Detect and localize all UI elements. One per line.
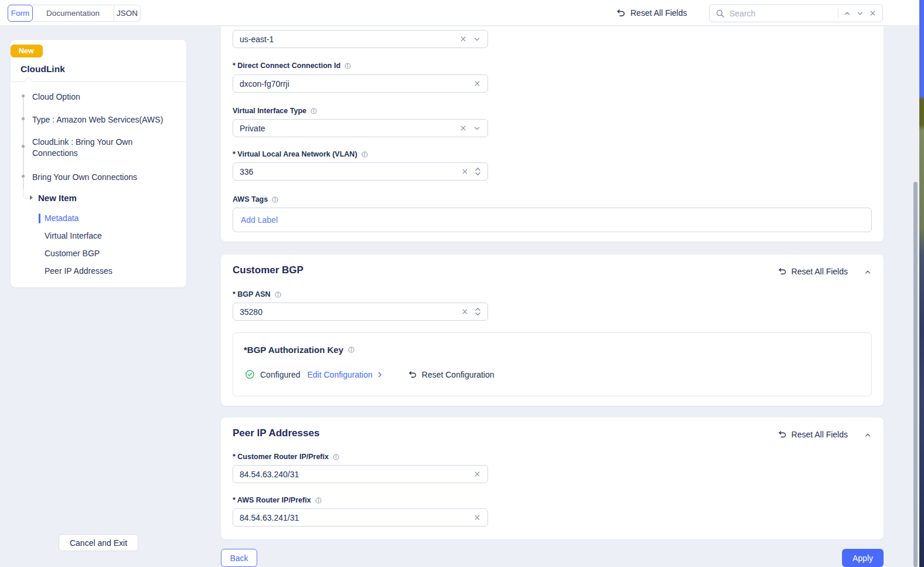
- clear-icon[interactable]: [461, 168, 469, 175]
- info-icon[interactable]: [310, 107, 318, 115]
- bgp-asn-label: * BGP ASN: [233, 290, 282, 298]
- collapse-icon[interactable]: [864, 431, 872, 439]
- vlan-label: * Virtual Local Area Network (VLAN): [233, 150, 369, 158]
- search-close-icon[interactable]: [869, 9, 877, 17]
- bgp-asn-field[interactable]: [233, 303, 488, 321]
- sidebar-title: CloudLink: [21, 64, 65, 74]
- label-text: *BGP Authorization Key: [244, 345, 343, 355]
- virtual-interface-type-value[interactable]: [240, 124, 454, 133]
- aws-router-ip-field[interactable]: [233, 508, 488, 527]
- link-text: Reset Configuration: [422, 370, 495, 379]
- region-value[interactable]: [240, 35, 454, 44]
- stepper-down-icon[interactable]: [475, 172, 481, 176]
- active-item-marker: [39, 213, 40, 223]
- stepper-down-icon[interactable]: [475, 312, 481, 316]
- top-bar: Form Documentation JSON Reset All Fields: [0, 0, 919, 26]
- bgp-asn-input[interactable]: [240, 307, 455, 317]
- search-input[interactable]: [729, 9, 833, 18]
- clear-icon[interactable]: [459, 35, 467, 43]
- chevron-down-icon[interactable]: [473, 124, 481, 133]
- scrollbar-thumb[interactable]: [913, 182, 918, 567]
- clear-icon[interactable]: [473, 470, 481, 478]
- vlan-field[interactable]: [233, 162, 488, 181]
- reset-label: Reset All Fields: [792, 267, 848, 276]
- tab-form[interactable]: Form: [8, 5, 33, 22]
- reset-configuration-button[interactable]: Reset Configuration: [408, 370, 495, 379]
- aws-router-ip-input[interactable]: [240, 513, 468, 522]
- info-icon[interactable]: [271, 196, 279, 203]
- tab-json[interactable]: JSON: [114, 5, 141, 22]
- sidebar-item-virtual-interface[interactable]: Virtual Interface: [45, 231, 102, 240]
- customer-router-ip-field[interactable]: [233, 465, 488, 483]
- chevron-right-icon: [376, 371, 383, 378]
- collapse-icon[interactable]: [864, 268, 872, 276]
- aws-router-ip-label: * AWS Router IP/Prefix: [233, 496, 322, 504]
- reset-all-fields-button[interactable]: Reset All Fields: [616, 0, 687, 26]
- bgp-authorization-key-box: *BGP Authorization Key Configured Edit C…: [233, 332, 872, 396]
- customer-router-ip-label: * Customer Router IP/Prefix: [233, 453, 340, 461]
- peer-ip-card: Peer IP Addresses Reset All Fields * Cus…: [221, 417, 884, 539]
- cancel-and-exit-button[interactable]: Cancel and Exit: [59, 534, 138, 551]
- info-icon[interactable]: [347, 346, 355, 354]
- region-select[interactable]: [233, 30, 488, 48]
- sidebar-step-type[interactable]: Type : Amazon Web Services(AWS): [32, 114, 175, 125]
- info-icon[interactable]: [315, 497, 322, 504]
- direct-connect-id-field[interactable]: [233, 74, 488, 93]
- customer-bgp-heading: Customer BGP: [233, 264, 304, 276]
- sidebar-item-customer-bgp[interactable]: Customer BGP: [45, 249, 100, 258]
- customer-bgp-card: Customer BGP Reset All Fields * BGP ASN: [221, 254, 884, 406]
- label-text: * Customer Router IP/Prefix: [233, 453, 329, 461]
- info-icon[interactable]: [274, 291, 282, 298]
- direct-connect-id-label: * Direct Connect Connection Id: [233, 62, 352, 70]
- search-bar: [709, 4, 883, 22]
- label-text: * BGP ASN: [233, 290, 271, 298]
- vlan-input[interactable]: [240, 167, 455, 176]
- sidebar-item-metadata[interactable]: Metadata: [45, 213, 79, 223]
- app-window: Form Documentation JSON Reset All Fields: [0, 0, 924, 567]
- info-icon[interactable]: [361, 151, 369, 158]
- back-button[interactable]: Back: [221, 549, 257, 567]
- sidebar-item-peer-ip-addresses[interactable]: Peer IP Addresses: [45, 266, 112, 276]
- metadata-section-card: * Direct Connect Connection Id Virtual I…: [221, 26, 884, 242]
- divider-notch: [25, 77, 33, 85]
- clear-icon[interactable]: [459, 124, 467, 132]
- clear-icon[interactable]: [473, 80, 481, 87]
- label-text: * Virtual Local Area Network (VLAN): [233, 150, 357, 158]
- step-dot: [22, 94, 25, 97]
- aws-tags-field[interactable]: Add Label: [233, 208, 872, 232]
- scrollbar-track: [912, 26, 919, 567]
- sidebar-item-new-item[interactable]: New Item: [38, 193, 77, 203]
- chevron-down-icon[interactable]: [473, 35, 481, 43]
- label-text: Virtual Interface Type: [233, 107, 306, 115]
- stepper-up-icon[interactable]: [475, 307, 481, 311]
- edit-configuration-link[interactable]: Edit Configuration: [308, 370, 383, 379]
- bgp-auth-key-title: *BGP Authorization Key: [244, 345, 355, 355]
- label-text: AWS Tags: [233, 195, 268, 203]
- add-label-button[interactable]: Add Label: [241, 215, 278, 225]
- reset-label: Reset All Fields: [792, 430, 848, 439]
- info-icon[interactable]: [344, 62, 352, 70]
- aws-tags-label: AWS Tags: [233, 195, 279, 203]
- clear-icon[interactable]: [461, 308, 469, 315]
- search-next-icon[interactable]: [856, 9, 864, 18]
- info-icon[interactable]: [332, 453, 340, 461]
- search-prev-icon[interactable]: [843, 9, 851, 18]
- search-icon: [715, 9, 725, 18]
- sidebar-step-cloud-option[interactable]: Cloud Option: [32, 91, 175, 103]
- configured-status: Configured: [260, 370, 301, 379]
- virtual-interface-type-label: Virtual Interface Type: [233, 107, 318, 115]
- tab-documentation[interactable]: Documentation: [32, 5, 114, 22]
- direct-connect-id-input[interactable]: [240, 79, 468, 89]
- apply-button[interactable]: Apply: [842, 549, 884, 567]
- peer-ip-reset-button[interactable]: Reset All Fields: [778, 430, 848, 439]
- step-dot: [22, 175, 25, 178]
- stepper-up-icon[interactable]: [475, 167, 481, 171]
- sidebar-step-cloudlink[interactable]: CloudLink : Bring Your Own Connections: [32, 137, 175, 159]
- clear-icon[interactable]: [473, 514, 481, 521]
- customer-router-ip-input[interactable]: [240, 470, 468, 479]
- sidebar-step-byoc[interactable]: Bring Your Own Connections: [32, 172, 175, 183]
- customer-bgp-reset-button[interactable]: Reset All Fields: [778, 267, 848, 276]
- virtual-interface-type-select[interactable]: [233, 119, 488, 137]
- peer-ip-heading: Peer IP Addresses: [233, 427, 319, 439]
- undo-icon: [778, 430, 787, 439]
